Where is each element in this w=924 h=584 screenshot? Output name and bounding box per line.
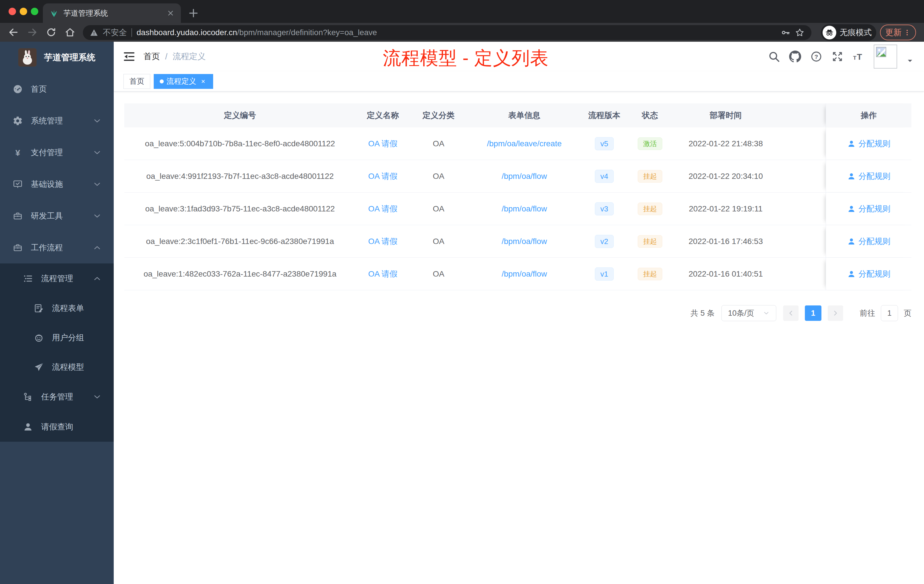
back-icon[interactable] [8, 27, 19, 38]
chevron-up-icon [92, 274, 102, 283]
font-size-icon[interactable]: TT [853, 51, 865, 63]
form-info-link[interactable]: /bpm/oa/flow [502, 204, 547, 213]
assign-rule-link[interactable]: 分配规则 [847, 171, 891, 182]
svg-text:?: ? [815, 53, 818, 60]
cell-filler [779, 127, 826, 160]
column-header: 流程版本 [581, 104, 627, 127]
form-info-link[interactable]: /bpm/oa/flow [502, 237, 547, 246]
pagination: 共 5 条 10条/页 1 前往 页 [124, 305, 911, 321]
sidebar-item-label: 研发工具 [31, 211, 63, 221]
sidebar-item-label: 任务管理 [41, 391, 73, 402]
tag-close-icon[interactable]: × [199, 78, 207, 86]
goto-page-input[interactable] [881, 305, 898, 321]
chevron-left-icon [787, 309, 795, 317]
assign-rule-link[interactable]: 分配规则 [847, 236, 891, 247]
window-zoom-button[interactable] [31, 8, 38, 15]
sidebar-item-label: 工作流程 [31, 242, 63, 253]
sidebar-item-label: 基础设施 [31, 179, 63, 190]
monitor-icon [13, 179, 23, 190]
incognito-label: 无痕模式 [840, 27, 872, 38]
window-minimize-button[interactable] [20, 8, 27, 15]
tag-process-definition[interactable]: 流程定义 × [154, 74, 213, 89]
definition-name-link[interactable]: OA 请假 [368, 171, 398, 182]
table-header-row: 定义编号定义名称定义分类表单信息流程版本状态部署时间操作 [124, 104, 911, 127]
user-icon [847, 237, 856, 246]
cell-actions: 分配规则 [826, 225, 911, 257]
bookmark-star-icon[interactable] [795, 28, 805, 38]
form-info-link[interactable]: /bpm/oa/flow [502, 269, 547, 279]
definition-name-link[interactable]: OA 请假 [368, 236, 398, 247]
sidebar-item-leave-query[interactable]: 请假查询 [0, 412, 114, 442]
security-label[interactable]: 不安全 [103, 27, 127, 38]
tag-active-dot [160, 79, 164, 83]
cell-definition-id: oa_leave:3:1fad3d93-7b75-11ec-a3c8-acde4… [124, 193, 356, 225]
form-info-link[interactable]: /bpm/oa/leave/create [487, 139, 562, 148]
next-page-button[interactable] [828, 305, 843, 321]
svg-text:¥: ¥ [15, 148, 20, 157]
incognito-icon [823, 26, 836, 40]
sidebar-logo-row[interactable]: 芋道管理系统 [0, 42, 114, 73]
cell-filler [779, 258, 826, 290]
key-icon[interactable] [781, 28, 790, 37]
sidebar-item-system[interactable]: 系统管理 [0, 105, 114, 137]
definition-name-link[interactable]: OA 请假 [368, 203, 398, 214]
tags-view-bar: 首页 流程定义 × [114, 71, 924, 91]
tab-close-icon[interactable] [167, 9, 175, 17]
column-header: 状态 [627, 104, 673, 127]
sidebar-item-process-mgmt[interactable]: 流程管理 [0, 264, 114, 294]
user-avatar-broken-image[interactable] [874, 45, 897, 69]
table-row: oa_leave:4:991f2193-7b7f-11ec-a3c8-acde4… [124, 160, 911, 193]
top-navbar: 首页 / 流程定义 流程模型 - 定义列表 ? TT [114, 42, 924, 71]
face-icon [34, 333, 44, 343]
sidebar-item-process-model[interactable]: 流程模型 [0, 352, 114, 382]
cell-form-info: /bpm/oa/flow [467, 193, 581, 225]
sidebar-item-home[interactable]: 首页 [0, 73, 114, 105]
assign-rule-link[interactable]: 分配规则 [847, 203, 891, 214]
sidebar-item-payment[interactable]: ¥支付管理 [0, 137, 114, 168]
avatar-caret-down-icon[interactable] [906, 57, 914, 64]
page-number-1[interactable]: 1 [805, 305, 822, 321]
breadcrumb-home[interactable]: 首页 [144, 51, 160, 62]
assign-rule-link[interactable]: 分配规则 [847, 269, 891, 279]
home-icon[interactable] [64, 27, 76, 38]
window-close-button[interactable] [8, 8, 16, 15]
github-icon[interactable] [789, 51, 801, 63]
definition-name-link[interactable]: OA 请假 [368, 138, 398, 149]
menu-dots-icon[interactable] [903, 29, 911, 36]
assign-rule-link[interactable]: 分配规则 [847, 138, 891, 149]
sidebar-item-process-form[interactable]: 流程表单 [0, 294, 114, 323]
sidebar-fold-icon[interactable] [123, 50, 135, 63]
help-icon[interactable]: ? [810, 51, 822, 63]
url-bar[interactable]: 不安全 dashboard.yudao.iocoder.cn/bpm/manag… [83, 25, 812, 40]
definition-name-link[interactable]: OA 请假 [368, 269, 398, 279]
sidebar-item-task-mgmt[interactable]: 任务管理 [0, 382, 114, 412]
cell-definition-category: OA [410, 225, 467, 257]
browser-update-button[interactable]: 更新 [880, 25, 916, 40]
page-size-select[interactable]: 10条/页 [721, 305, 776, 321]
cell-form-info: /bpm/oa/flow [467, 225, 581, 257]
cell-definition-name: OA 请假 [356, 225, 410, 257]
form-info-link[interactable]: /bpm/oa/flow [502, 172, 547, 181]
table-row: oa_leave:2:3c1f0ef1-76b1-11ec-9c66-a2380… [124, 225, 911, 258]
sidebar-item-user-group[interactable]: 用户分组 [0, 323, 114, 352]
reload-icon[interactable] [46, 27, 56, 38]
search-icon[interactable] [768, 51, 780, 63]
warning-icon [90, 28, 98, 37]
cell-deploy-time: 2022-01-22 21:48:38 [673, 127, 779, 160]
cell-deploy-time: 2022-01-16 01:40:51 [673, 258, 779, 290]
sidebar-item-infra[interactable]: 基础设施 [0, 168, 114, 200]
forward-icon[interactable] [27, 27, 38, 38]
fullscreen-icon[interactable] [832, 51, 843, 63]
sidebar-item-label: 流程管理 [41, 273, 73, 284]
tag-home[interactable]: 首页 [124, 74, 150, 89]
browser-tab[interactable]: 芋道管理系统 [43, 3, 181, 23]
cell-form-info: /bpm/oa/flow [467, 160, 581, 192]
url-text[interactable]: dashboard.yudao.iocoder.cn/bpm/manager/d… [137, 28, 777, 37]
sidebar-item-workflow[interactable]: 工作流程 [0, 232, 114, 264]
status-badge: 挂起 [638, 203, 662, 215]
prev-page-button[interactable] [783, 305, 799, 321]
cell-definition-id: oa_leave:4:991f2193-7b7f-11ec-a3c8-acde4… [124, 160, 356, 192]
version-badge: v1 [595, 267, 614, 280]
new-tab-button[interactable] [187, 7, 200, 20]
sidebar-item-devtools[interactable]: 研发工具 [0, 200, 114, 232]
